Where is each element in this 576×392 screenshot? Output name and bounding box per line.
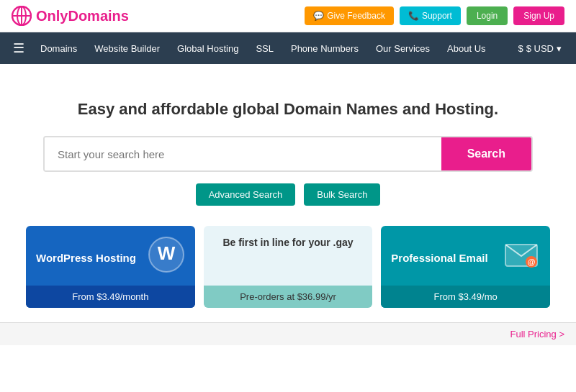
currency-selector[interactable]: $ $ USD ▾: [509, 43, 570, 54]
search-bar: Search: [43, 136, 533, 172]
nav-ssl[interactable]: SSL: [247, 35, 282, 63]
search-options: Advanced Search Bulk Search: [14, 183, 562, 206]
logo-icon: [12, 6, 32, 26]
full-pricing-link[interactable]: Full Pricing >: [510, 329, 565, 339]
wordpress-card-footer: From $3.49/month: [26, 286, 195, 308]
email-card-content: Professional Email @: [381, 226, 550, 286]
search-input[interactable]: [45, 137, 441, 170]
search-button[interactable]: Search: [441, 137, 531, 170]
wordpress-icon: W: [148, 236, 185, 280]
logo[interactable]: OnlyDomains: [12, 6, 129, 26]
email-card-title: Professional Email: [391, 251, 487, 265]
feedback-button[interactable]: 💬 Give Feedback: [305, 6, 394, 25]
hero-title: Easy and affordable global Domain Names …: [14, 100, 562, 119]
svg-text:@: @: [528, 257, 536, 266]
bottom-strip: Full Pricing >: [0, 322, 576, 345]
nav-phone-numbers[interactable]: Phone Numbers: [282, 35, 367, 63]
advanced-search-button[interactable]: Advanced Search: [196, 183, 296, 206]
support-icon: 📞: [408, 11, 419, 21]
hero-section: Easy and affordable global Domain Names …: [0, 64, 576, 322]
promo-cards: WordPress Hosting W From $3.49/month Be …: [14, 226, 562, 308]
nav-global-hosting[interactable]: Global Hosting: [168, 35, 247, 63]
nav-items: Domains Website Builder Global Hosting S…: [32, 35, 509, 63]
wordpress-card[interactable]: WordPress Hosting W From $3.49/month: [26, 226, 195, 308]
wordpress-card-content: WordPress Hosting W: [26, 226, 195, 286]
wordpress-card-title: WordPress Hosting: [36, 251, 136, 265]
gay-tld-card-title: Be first in line for your .gay: [222, 237, 353, 248]
email-card[interactable]: Professional Email @ From $3.49/mo: [381, 226, 550, 308]
support-button[interactable]: 📞 Support: [400, 6, 461, 25]
logo-text: OnlyDomains: [36, 8, 129, 24]
hamburger-icon[interactable]: ☰: [6, 35, 32, 62]
login-button[interactable]: Login: [467, 6, 508, 25]
nav-about-us[interactable]: About Us: [438, 35, 494, 63]
top-bar: OnlyDomains 💬 Give Feedback 📞 Support Lo…: [0, 0, 576, 32]
bulk-search-button[interactable]: Bulk Search: [304, 183, 380, 206]
svg-text:W: W: [157, 242, 175, 264]
email-card-footer: From $3.49/mo: [381, 286, 550, 308]
nav-bar: ☰ Domains Website Builder Global Hosting…: [0, 32, 576, 64]
feedback-icon: 💬: [313, 11, 324, 21]
email-icon: @: [503, 236, 540, 280]
nav-domains[interactable]: Domains: [32, 35, 86, 63]
chevron-down-icon: ▾: [557, 43, 562, 54]
gay-tld-card[interactable]: Be first in line for your .gay Pre-order…: [204, 226, 373, 308]
nav-our-services[interactable]: Our Services: [367, 35, 438, 63]
top-actions: 💬 Give Feedback 📞 Support Login Sign Up: [305, 6, 564, 25]
gay-tld-card-content: Be first in line for your .gay: [204, 226, 373, 286]
dollar-icon: $: [518, 43, 523, 54]
signup-button[interactable]: Sign Up: [513, 6, 564, 25]
nav-website-builder[interactable]: Website Builder: [86, 35, 168, 63]
gay-tld-card-footer: Pre-orders at $36.99/yr: [204, 286, 373, 308]
